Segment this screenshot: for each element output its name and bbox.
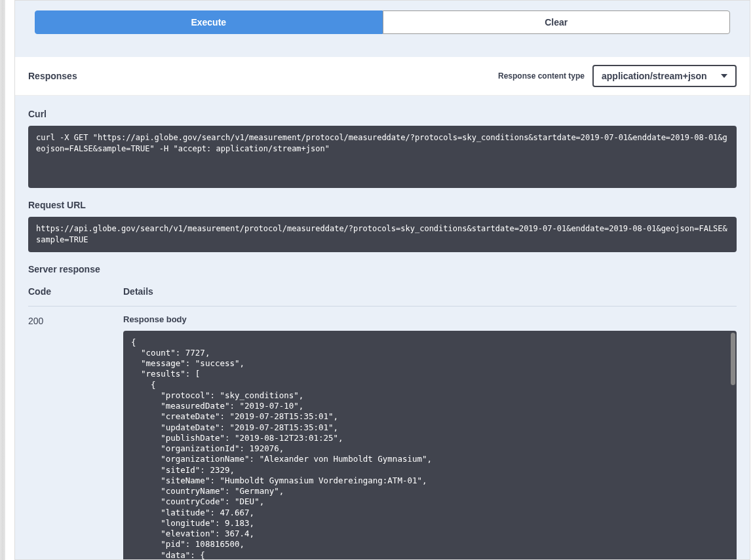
responses-label: Responses bbox=[28, 71, 77, 81]
content-type-select[interactable]: application/stream+json bbox=[592, 65, 737, 87]
response-row: 200 Response body { "count": 7727, "mess… bbox=[28, 314, 737, 560]
curl-command-box[interactable]: curl -X GET "https://api.globe.gov/searc… bbox=[28, 126, 737, 188]
request-url-label: Request URL bbox=[28, 200, 737, 210]
details-column-header: Details bbox=[123, 286, 153, 297]
clear-button[interactable]: Clear bbox=[383, 10, 731, 34]
content-type-value: application/stream+json bbox=[602, 71, 707, 81]
execute-button[interactable]: Execute bbox=[35, 10, 383, 34]
left-sidebar-edge bbox=[0, 0, 5, 560]
scrollbar-thumb[interactable] bbox=[731, 333, 735, 385]
response-table-header: Code Details bbox=[28, 281, 737, 307]
code-column-header: Code bbox=[28, 286, 123, 297]
status-code: 200 bbox=[28, 314, 123, 326]
content-type-label: Response content type bbox=[498, 71, 585, 81]
server-response-label: Server response bbox=[28, 264, 737, 274]
curl-label: Curl bbox=[28, 109, 737, 119]
chevron-down-icon bbox=[721, 74, 727, 78]
request-url-box[interactable]: https://api.globe.gov/search/v1/measurem… bbox=[28, 217, 737, 252]
response-section: Curl curl -X GET "https://api.globe.gov/… bbox=[15, 96, 750, 560]
action-bar: Execute Clear bbox=[15, 1, 750, 57]
response-body-label: Response body bbox=[123, 314, 737, 324]
response-body-box[interactable]: { "count": 7727, "message": "success", "… bbox=[123, 331, 737, 560]
responses-header: Responses Response content type applicat… bbox=[15, 57, 750, 96]
response-body-text: { "count": 7727, "message": "success", "… bbox=[131, 337, 476, 560]
